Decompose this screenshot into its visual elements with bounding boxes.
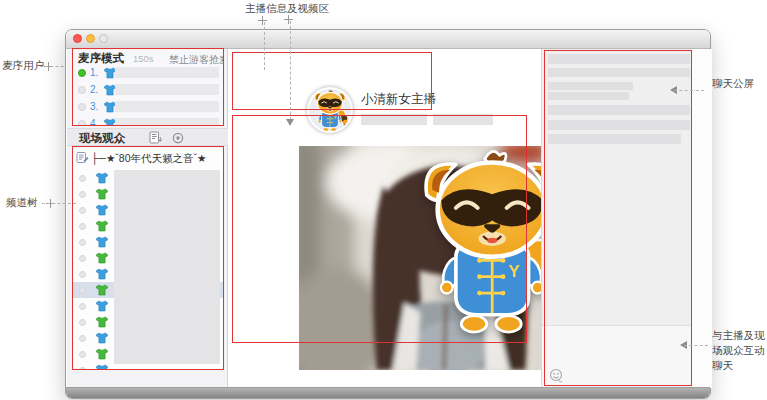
channel-edit-icon: [76, 151, 89, 164]
annotation-line: [264, 22, 265, 70]
member-shirt-icon: [96, 236, 108, 248]
chat-input-panel[interactable]: [541, 325, 691, 388]
app-window: 麦序模式 150s 禁止游客抢麦 1.2.3.4. 现场观众: [65, 29, 711, 399]
presence-dot: [79, 255, 86, 262]
presence-dot: [79, 207, 86, 214]
redacted-username: [115, 84, 219, 95]
presence-dot: [79, 303, 86, 310]
zoom-button[interactable]: [99, 34, 108, 43]
screenshot-stage: 主播信息及视频区 麦序用户 频道树 聊天公屏 与主播及现 场观众互动 聊天 麦序…: [0, 0, 767, 400]
audience-label: 现场观众: [79, 131, 125, 146]
location-icon[interactable]: [171, 131, 185, 145]
presence-dot: [79, 191, 86, 198]
presence-dot: [79, 271, 86, 278]
mic-queue-row[interactable]: 3.: [73, 99, 223, 115]
speaking-indicator: [78, 69, 86, 77]
member-shirt-icon: [96, 364, 108, 370]
mic-panel-header: 麦序模式 150s 禁止游客抢麦: [73, 50, 223, 65]
channel-tree-panel: ├─★ˇ80年代天籁之音ˇ★: [73, 148, 223, 370]
streamer-name: 小清新女主播: [361, 91, 436, 108]
annotation-cross: [284, 15, 293, 24]
annotation-channel-tree: 频道树: [6, 195, 38, 210]
member-shirt-icon: [96, 332, 108, 344]
mic-mode-label: 麦序模式: [78, 51, 124, 66]
presence-dot: [79, 319, 86, 326]
redacted-chat-message: [548, 82, 633, 90]
member-shirt-icon: [96, 188, 108, 200]
redacted-streamer-info: [433, 114, 493, 125]
presence-dot: [79, 175, 86, 182]
sidebar: 麦序模式 150s 禁止游客抢麦 1.2.3.4. 现场观众: [67, 49, 228, 388]
member-shirt-icon: [96, 284, 108, 296]
queue-number: 4.: [90, 118, 98, 126]
redacted-chat-message: [548, 92, 629, 100]
presence-dot: [79, 335, 86, 342]
presence-dot: [79, 367, 86, 370]
member-list-icon[interactable]: [149, 131, 163, 145]
redacted-chat-message: [548, 134, 681, 144]
yy-mascot-icon: [309, 89, 351, 133]
mic-queue-row[interactable]: 2.: [73, 82, 223, 98]
main-area: 小清新女主播: [228, 49, 541, 388]
presence-dot: [79, 351, 86, 358]
presence-dot: [79, 287, 86, 294]
member-shirt-icon: [96, 220, 108, 232]
member-shirt-icon: [96, 316, 108, 328]
redacted-chat-message: [548, 105, 690, 115]
queue-number: 3.: [90, 101, 98, 112]
redacted-chat-message: [548, 54, 690, 64]
presence-dot: [79, 223, 86, 230]
redacted-username: [115, 67, 219, 78]
speaking-indicator: [78, 86, 86, 94]
redacted-chat-message: [548, 68, 690, 77]
member-shirt-icon: [96, 252, 108, 264]
member-shirt-icon: [96, 204, 108, 216]
streamer-avatar[interactable]: [307, 87, 353, 133]
member-shirt-icon: [96, 268, 108, 280]
mic-queue-row[interactable]: 4.: [73, 116, 223, 126]
down-arrow-icon: [286, 119, 294, 130]
member-shirt-icon: [96, 300, 108, 312]
member-shirt-icon: [96, 172, 108, 184]
channel-name: ├─★ˇ80年代天籁之音ˇ★: [91, 152, 206, 164]
annotation-line: [42, 203, 76, 204]
redacted-chat-message: [548, 120, 690, 130]
close-button[interactable]: [73, 34, 82, 43]
mic-queue-panel: 麦序模式 150s 禁止游客抢麦 1.2.3.4.: [73, 50, 223, 126]
member-shirt-icon: [96, 348, 108, 360]
speaking-indicator: [78, 103, 86, 111]
audience-bar: 现场观众: [67, 128, 228, 146]
chat-scrollbar-area[interactable]: [691, 49, 712, 388]
queue-number: 2.: [90, 84, 98, 95]
annotation-chat-screen: 聊天公屏: [712, 76, 754, 91]
annotation-line: [684, 345, 708, 346]
presence-dot: [79, 239, 86, 246]
window-bottom-bar: [66, 387, 710, 398]
annotation-line: [290, 21, 291, 120]
redacted-member-names: [114, 170, 220, 364]
speaking-indicator: [78, 120, 86, 126]
annotation-line: [674, 90, 704, 91]
annotation-mic-users: 麦序用户: [2, 58, 44, 73]
emoticon-icon[interactable]: [549, 368, 564, 384]
channel-node[interactable]: ├─★ˇ80年代天籁之音ˇ★: [76, 151, 222, 166]
minimize-button[interactable]: [86, 34, 95, 43]
queue-number: 1.: [90, 67, 98, 78]
redacted-username: [115, 118, 219, 126]
window-titlebar[interactable]: [66, 30, 710, 49]
mic-queue-row[interactable]: 1.: [73, 65, 223, 81]
annotation-streamer-video: 主播信息及视频区: [245, 1, 329, 16]
annotation-interact-chat: 与主播及现 场观众互动 聊天: [712, 328, 765, 373]
mic-timer: 150s: [133, 53, 154, 64]
redacted-username: [115, 101, 219, 112]
redacted-streamer-info: [361, 114, 427, 125]
annotation-cross: [258, 16, 267, 25]
